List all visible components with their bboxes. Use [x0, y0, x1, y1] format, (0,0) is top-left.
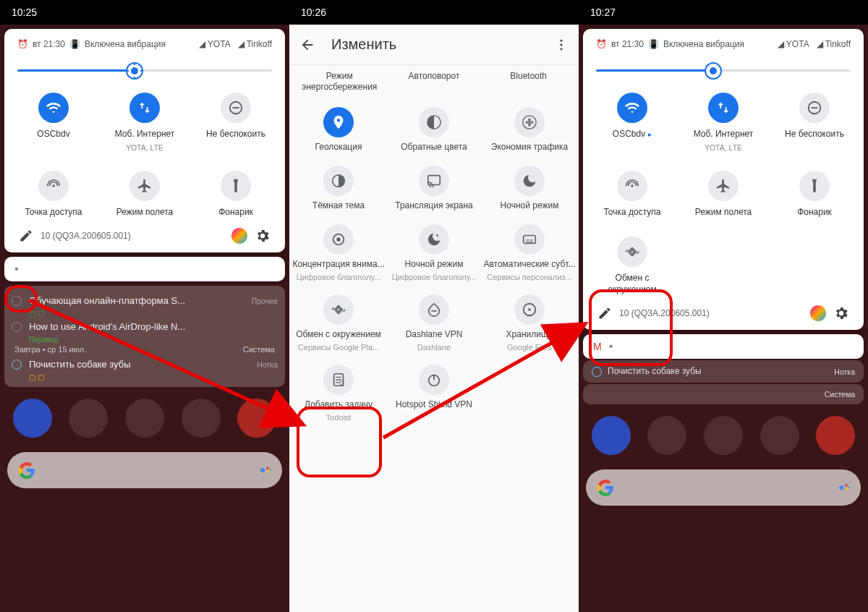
status-bar: 10:26 [289, 0, 579, 25]
power-icon [419, 365, 449, 395]
notification-dot-panel: • [4, 257, 285, 281]
nearby-icon [617, 237, 647, 267]
task-icon [323, 365, 354, 395]
nearby-icon [323, 294, 354, 325]
tile-sublabel: Цифровое благополу... [297, 273, 381, 281]
tile-label: Режим полета [116, 207, 174, 218]
carrier-tinkoff: ◢ Tinkoff [817, 39, 851, 49]
carrier-yota: ◢ YOTA [778, 39, 809, 49]
tile-focus[interactable]: Концентрация внима...Цифровое благополу.… [292, 224, 385, 281]
tile-cast[interactable]: Трансляция экрана [388, 166, 480, 211]
tile-sublabel: YOTA, LTE [126, 143, 163, 152]
google-search-bar[interactable] [586, 469, 861, 506]
tile-sublabel: Сервисы Google Pla... [298, 343, 379, 352]
tile-label: Обратные цвета [401, 142, 467, 153]
tile-storage[interactable]: ХранилищеGoogle Files [483, 294, 576, 352]
tile-label: Ночной режим [501, 200, 559, 211]
tile-sublabel: Dashlane [417, 343, 451, 352]
more-icon[interactable] [554, 38, 569, 52]
svg-point-25 [528, 308, 531, 311]
tile-power[interactable]: Hotspot Shield VPN [388, 365, 480, 422]
tile-location[interactable]: Геолокация [292, 107, 385, 153]
svg-point-38 [848, 486, 850, 488]
tile-dark[interactable]: Тёмная тема [292, 166, 385, 211]
avatar[interactable] [810, 305, 826, 321]
settings-icon[interactable] [255, 228, 271, 244]
avatar[interactable] [231, 228, 247, 244]
edit-icon[interactable] [19, 229, 33, 243]
tile-label: Автоматические субт... [483, 259, 575, 270]
tile-wifi[interactable]: OSCbdv▸ [589, 88, 676, 156]
tile-datasaver[interactable]: Экономия трафика [483, 107, 576, 153]
tile-label: Хранилище [506, 329, 553, 340]
qs-tile-grid: OSCbdv▸Моб. ИнтернетYOTA, LTEНе беспокои… [589, 88, 858, 299]
tile-hotspot[interactable]: Точка доступа [10, 166, 97, 223]
assistant-icon[interactable] [259, 464, 272, 477]
tile-hotspot[interactable]: Точка доступа [589, 166, 676, 223]
google-search-bar[interactable] [7, 452, 282, 488]
tile-airplane[interactable]: Режим полета [101, 166, 188, 223]
edit-icon[interactable] [597, 306, 612, 320]
tile-sublabel: Google Files [507, 343, 552, 352]
tile-vpn[interactable]: Dashlane VPNDashlane [388, 294, 480, 352]
tile-night[interactable]: Ночной режим [483, 166, 576, 211]
tile-caption[interactable]: Автоматические субт...Сервисы персонализ… [483, 224, 576, 281]
screenshot-right: 10:27 ⏰ вт 21:30 📳 Включена вибрация ◢ Y… [579, 0, 868, 612]
tile-task[interactable]: Добавить задачуTodoist [292, 365, 385, 422]
tile-data[interactable]: Моб. ИнтернетYOTA, LTE [680, 88, 767, 156]
tile-label: Обмен с окружением [590, 273, 674, 295]
svg-point-9 [260, 468, 265, 472]
google-logo-icon [596, 478, 615, 497]
tile-invert[interactable]: Обратные цвета [388, 107, 480, 153]
tile-nearby[interactable]: Обмен с окружением [589, 232, 676, 299]
tile-dnd[interactable]: Не беспокоить [192, 88, 279, 156]
tile-sublabel: Сервисы персонализ... [487, 273, 572, 281]
torch-icon [799, 171, 830, 201]
svg-point-37 [846, 488, 848, 490]
tile-sublabel: YOTA, LTE [705, 143, 742, 152]
brightness-slider[interactable] [596, 62, 851, 80]
tile-label: Добавить задачу [305, 399, 373, 410]
datasaver-icon [514, 107, 545, 137]
dnd-icon [221, 93, 251, 123]
tile-label: Моб. Интернет [115, 129, 175, 140]
alarm-icon: ⏰ [596, 39, 607, 49]
tile-night2[interactable]: Ночной режимЦифровое благополу... [388, 224, 480, 281]
assistant-icon[interactable] [838, 481, 851, 494]
night2-icon [419, 224, 449, 255]
tile-torch[interactable]: Фонарик [771, 166, 858, 223]
top-labels: Режим энергосбереженияАвтоповоротBluetoo… [289, 65, 579, 98]
brightness-slider[interactable] [17, 62, 272, 80]
dock [583, 416, 864, 455]
invert-icon [419, 107, 449, 137]
svg-point-31 [710, 67, 717, 75]
quick-settings-panel: ⏰ вт 21:30 📳 Включена вибрация ◢ YOTA ◢ … [583, 29, 864, 330]
tile-torch[interactable]: Фонарик [192, 166, 279, 223]
caption-icon [514, 224, 545, 255]
tile-airplane[interactable]: Режим полета [680, 166, 767, 223]
alarm-text: вт 21:30 [33, 39, 65, 49]
settings-icon[interactable] [833, 305, 849, 321]
tile-wifi[interactable]: OSCbdv [10, 88, 97, 156]
tile-label: Режим полета [695, 207, 752, 218]
data-icon [708, 93, 739, 123]
screenshot-middle: 10:26 Изменить Режим энергосбереженияАвт… [289, 0, 579, 612]
wifi-icon [617, 93, 647, 123]
gmail-notification[interactable]: M• [583, 334, 864, 359]
tile-sublabel: Цифровое благополу... [392, 273, 477, 281]
qs-footer: 10 (QQ3A.200605.001) [10, 222, 279, 245]
tile-label: Геолокация [315, 142, 362, 153]
qs-footer: 10 (QQ3A.200605.001) [589, 299, 858, 323]
back-icon[interactable] [299, 37, 315, 53]
svg-point-15 [560, 48, 562, 50]
dnd-icon [799, 93, 830, 123]
alarm-icon: ⏰ [17, 39, 28, 49]
notification-card: Обучающая онлайн-платформа S...Прочее ▢ … [4, 286, 285, 387]
tile-data[interactable]: Моб. ИнтернетYOTA, LTE [101, 88, 188, 156]
svg-point-35 [839, 485, 843, 490]
airplane-icon [708, 171, 739, 201]
tile-dnd[interactable]: Не беспокоить [771, 88, 858, 156]
svg-point-13 [560, 39, 562, 41]
vibration-text: Включена вибрация [663, 39, 744, 49]
tile-nearby[interactable]: Обмен с окружениемСервисы Google Pla... [292, 294, 385, 352]
